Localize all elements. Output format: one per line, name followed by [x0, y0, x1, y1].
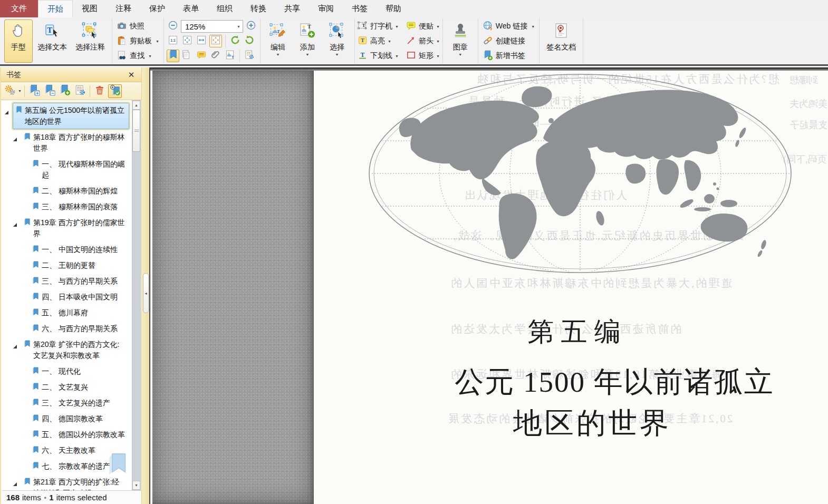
menu-tab-help[interactable]: 帮助: [377, 0, 410, 17]
comment-list-button[interactable]: [195, 50, 208, 62]
hand-tool-label: 手型: [11, 43, 26, 52]
rectangle-button[interactable]: 矩形▼: [406, 50, 440, 62]
bookmark-item[interactable]: 二、 王朝的更替: [2, 258, 132, 273]
new-bookmark-button[interactable]: [58, 84, 72, 98]
web-link-button[interactable]: Web 链接▼: [481, 20, 536, 33]
sign-document-button[interactable]: 签名文档: [543, 20, 580, 63]
fit-visible-button[interactable]: [209, 35, 222, 47]
fit-page-button[interactable]: [181, 35, 194, 47]
select-text-button[interactable]: T 选择文本: [34, 20, 71, 63]
page-settings-button[interactable]: [243, 50, 256, 62]
zoom-in-button[interactable]: [245, 20, 257, 33]
bookmark-item[interactable]: 一、 中国文明的连续性: [2, 242, 132, 257]
menu-tab-view[interactable]: 视图: [73, 0, 107, 17]
add-button[interactable]: T 添加 ▼: [293, 20, 322, 63]
select-object-button[interactable]: 选择 ▼: [323, 20, 351, 63]
bookmark-item[interactable]: 四、 德国宗教改革: [2, 411, 132, 427]
bookmark-item[interactable]: 三、 穆斯林帝国的衰落: [2, 199, 132, 215]
bookmark-icon: [32, 383, 40, 391]
world-map-figure: [364, 71, 796, 277]
rotate-left-button[interactable]: [229, 35, 242, 47]
bookmark-item[interactable]: 第19章 西方扩张时的儒家世界: [2, 215, 132, 241]
bookmarks-scrollbar[interactable]: ▲ ▼: [132, 100, 141, 490]
bookmark-settings-button[interactable]: [73, 84, 87, 98]
zoom-out-button[interactable]: [167, 20, 179, 33]
ribbon-group-tools: 手型 T 选择文本 选择注释: [1, 18, 112, 64]
actual-size-button[interactable]: 1:1: [167, 35, 179, 47]
zoom-level-combobox[interactable]: 125% ▼: [181, 20, 243, 33]
bookmark-item[interactable]: 二、 穆斯林帝国的辉煌: [2, 183, 132, 199]
bookmark-options-button[interactable]: [3, 84, 17, 98]
svg-text:T: T: [360, 51, 364, 59]
bookmark-item[interactable]: 一、 现代化: [2, 364, 132, 379]
bookmark-label: 五、 德川幕府: [42, 308, 88, 317]
ribbon-group-links: Web 链接▼ 创建链接 新增书签: [478, 18, 540, 64]
bookmark-item[interactable]: 四、 日本吸收中国文明: [2, 289, 132, 305]
close-icon[interactable]: ✕: [127, 70, 136, 80]
create-link-button[interactable]: 创建链接: [481, 35, 536, 48]
menu-tab-share[interactable]: 共享: [275, 0, 309, 17]
bookmark-icon: [32, 245, 40, 254]
bookmark-item[interactable]: 第五编 公元1500年以前诸孤立地区的世界: [2, 103, 132, 129]
expand-toggle-icon[interactable]: [4, 108, 9, 117]
bookmark-item[interactable]: 六、 与西方的早期关系: [2, 321, 132, 336]
ribbon-group-zoom: 125% ▼ 1:1 T: [164, 18, 261, 64]
attachment-button[interactable]: [209, 50, 222, 62]
menu-tab-home[interactable]: 开始: [38, 0, 73, 17]
document-viewport[interactable]: 想?为什么是西方人在15世纪的一切与动,经反了与和独人根险中选了,进行时,第一—…: [149, 67, 828, 504]
fit-width-button[interactable]: [195, 35, 208, 47]
arrow-button[interactable]: 箭头▼: [406, 35, 440, 47]
bookmark-label: 二、 文艺复兴: [42, 383, 88, 391]
menu-tab-file[interactable]: 文件: [0, 0, 38, 17]
show-bookmark-filter-button[interactable]: [108, 84, 122, 98]
menu-tab-organize[interactable]: 组织: [208, 0, 242, 17]
expand-bookmarks-button[interactable]: [27, 84, 41, 98]
scroll-down-arrow[interactable]: ▼: [132, 481, 140, 490]
menu-tab-bookmark[interactable]: 书签: [343, 0, 377, 17]
scrollbar-thumb[interactable]: [132, 110, 140, 152]
copy-pages-button[interactable]: [181, 50, 194, 62]
panel-splitter[interactable]: ◄: [141, 67, 149, 504]
sticky-note-button[interactable]: 便贴▼: [406, 21, 440, 32]
expand-toggle-icon[interactable]: [13, 134, 17, 144]
clipboard-button[interactable]: 剪贴板▼: [115, 35, 161, 48]
expand-toggle-icon[interactable]: [13, 342, 17, 351]
expand-toggle-icon[interactable]: [13, 220, 17, 229]
bookmark-item[interactable]: 第20章 扩张中的西方文化:文艺复兴和宗教改革: [2, 337, 132, 363]
scroll-up-arrow[interactable]: ▲: [132, 101, 140, 110]
bookmark-plus-icon: [483, 50, 493, 62]
stamp-button[interactable]: 图章 ▼: [446, 20, 475, 63]
delete-bookmark-button[interactable]: [93, 84, 107, 98]
menu-tab-comment[interactable]: 注释: [107, 0, 140, 17]
bookmark-panel-toggle-button[interactable]: [167, 50, 179, 62]
bookmark-label: 四、 德国宗教改革: [42, 414, 103, 423]
menu-tab-convert[interactable]: 转换: [242, 0, 275, 17]
bookmark-item[interactable]: 三、 文艺复兴的遗产: [2, 395, 132, 411]
expand-toggle-icon[interactable]: [13, 479, 17, 489]
find-button[interactable]: 查找▼: [115, 50, 161, 63]
menu-tab-form[interactable]: 表单: [174, 0, 208, 17]
select-annotation-button[interactable]: 选择注释: [72, 20, 109, 63]
rotate-right-button[interactable]: [243, 35, 256, 47]
bookmark-item[interactable]: 二、 文艺复兴: [2, 380, 132, 395]
ocr-button[interactable]: T: [224, 50, 236, 62]
panel-collapse-handle[interactable]: ◄: [143, 273, 149, 313]
edit-button[interactable]: T 编辑 ▼: [264, 20, 292, 63]
collapse-bookmarks-button[interactable]: [43, 84, 56, 98]
camera-icon: [117, 21, 127, 33]
bookmark-item[interactable]: 一、 现代穆斯林帝国的崛起: [2, 157, 132, 183]
bookmark-item[interactable]: 第18章 西方扩张时的穆斯林世界: [2, 130, 132, 156]
snapshot-button[interactable]: 快照: [115, 20, 161, 33]
underline-button[interactable]: T 下划线▼: [358, 50, 399, 62]
map-continents: [399, 86, 767, 259]
highlight-button[interactable]: T 高亮▼: [358, 35, 399, 47]
hand-tool-button[interactable]: 手型: [4, 20, 33, 63]
bookmark-item[interactable]: 五、 德川幕府: [2, 305, 132, 321]
bookmark-item[interactable]: 三、 与西方的早期关系: [2, 274, 132, 289]
typewriter-button[interactable]: T 打字机▼: [358, 21, 399, 32]
menu-tab-protect[interactable]: 保护: [140, 0, 174, 17]
menu-tab-review[interactable]: 审阅: [309, 0, 343, 17]
add-bookmark-button[interactable]: 新增书签: [481, 50, 536, 63]
bookmark-item[interactable]: 五、 德国以外的宗教改革: [2, 427, 132, 442]
bookmark-label: 五、 德国以外的宗教改革: [42, 430, 125, 439]
